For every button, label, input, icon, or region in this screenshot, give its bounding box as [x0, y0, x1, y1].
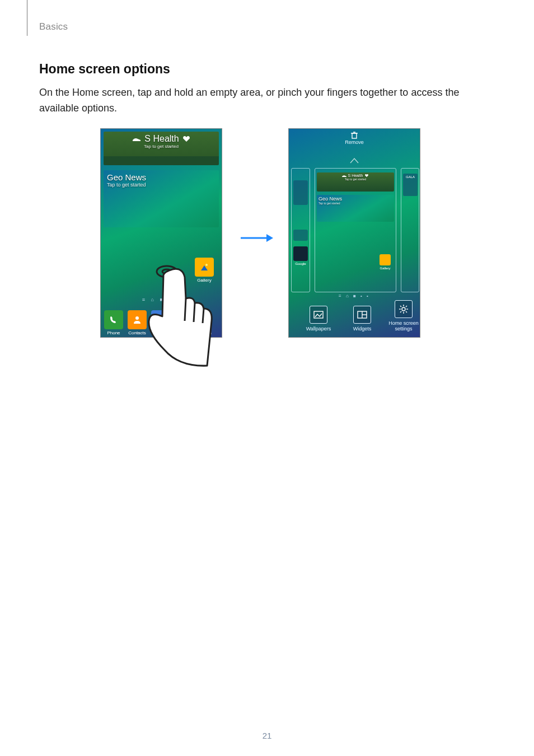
- contacts-icon: [128, 310, 147, 329]
- svg-marker-1: [266, 234, 273, 242]
- svg-rect-19: [352, 133, 357, 138]
- header-rule: [27, 0, 27, 36]
- phone-icon: [104, 310, 123, 329]
- svg-line-33: [406, 306, 407, 307]
- geo-news-title: Geo News: [107, 172, 216, 182]
- shoe-icon: [132, 136, 141, 142]
- mini-geo-sub: Tap to get started: [318, 202, 392, 205]
- page-title: Home screen options: [39, 62, 170, 77]
- app-phone[interactable]: Phone: [104, 310, 123, 335]
- remove-label: Remove: [345, 139, 364, 145]
- section-header: Basics: [39, 21, 68, 32]
- gallery-icon: [380, 254, 391, 265]
- svg-line-32: [406, 311, 407, 312]
- tap-and-hold-gesture-icon: [146, 255, 224, 372]
- mini-gallery-label: Gallery: [380, 267, 390, 270]
- download-widget-thumb: [293, 230, 308, 241]
- page-indicator: ≡ ⌂ ■ • •: [289, 293, 420, 298]
- heart-icon: [182, 136, 190, 142]
- google-folder-label: Google: [292, 262, 309, 265]
- body-paragraph: On the Home screen, tap and hold an empt…: [39, 85, 481, 116]
- option-label: Wallpapers: [306, 326, 331, 332]
- mini-s-health-sub: Tap to get started: [318, 178, 392, 181]
- mini-geo-title: Geo News: [318, 196, 392, 202]
- screenshot-home-options: Remove Google GALA S Health Tap to get s…: [289, 129, 420, 337]
- google-folder-thumb[interactable]: [293, 246, 308, 261]
- s-health-title: S Health: [144, 134, 179, 144]
- mini-s-health-title: S Health: [348, 174, 363, 178]
- option-wallpapers[interactable]: Wallpapers: [299, 306, 338, 332]
- widget-s-health[interactable]: S Health Tap to get started: [104, 132, 219, 165]
- weather-widget-thumb: [293, 180, 308, 205]
- widget-geo-news[interactable]: Geo News Tap to get started: [104, 170, 219, 227]
- galaxy-label: GALA: [406, 175, 415, 179]
- page-number: 21: [0, 731, 534, 740]
- option-home-settings[interactable]: Home screen settings: [384, 300, 420, 332]
- option-label: Home screen settings: [388, 320, 419, 332]
- mini-geo-news[interactable]: Geo News Tap to get started: [317, 195, 394, 222]
- app-label: Phone: [107, 330, 120, 335]
- s-health-subtitle: Tap to get started: [107, 144, 216, 149]
- settings-gear-icon: [395, 300, 413, 318]
- shoe-icon: [342, 174, 346, 178]
- option-label: Widgets: [353, 326, 372, 332]
- widgets-icon: [353, 306, 371, 324]
- mini-s-health[interactable]: S Health Tap to get started: [317, 172, 394, 192]
- home-indicator-icon: [349, 156, 359, 166]
- svg-line-31: [400, 306, 401, 307]
- svg-point-26: [402, 307, 405, 311]
- arrow-icon: [240, 232, 273, 246]
- app-contacts[interactable]: Contacts: [128, 310, 147, 335]
- trash-icon: [350, 131, 358, 139]
- option-widgets[interactable]: Widgets: [343, 306, 382, 332]
- remove-button[interactable]: Remove: [289, 129, 420, 145]
- heart-icon: [364, 174, 369, 178]
- mini-gallery[interactable]: Gallery: [378, 254, 392, 270]
- app-label: Contacts: [128, 330, 146, 335]
- wallpapers-icon: [310, 306, 327, 324]
- galaxy-essentials-thumb[interactable]: GALA: [403, 174, 418, 196]
- geo-news-subtitle: Tap to get started: [107, 182, 216, 188]
- svg-line-34: [400, 311, 401, 312]
- svg-point-4: [135, 316, 139, 320]
